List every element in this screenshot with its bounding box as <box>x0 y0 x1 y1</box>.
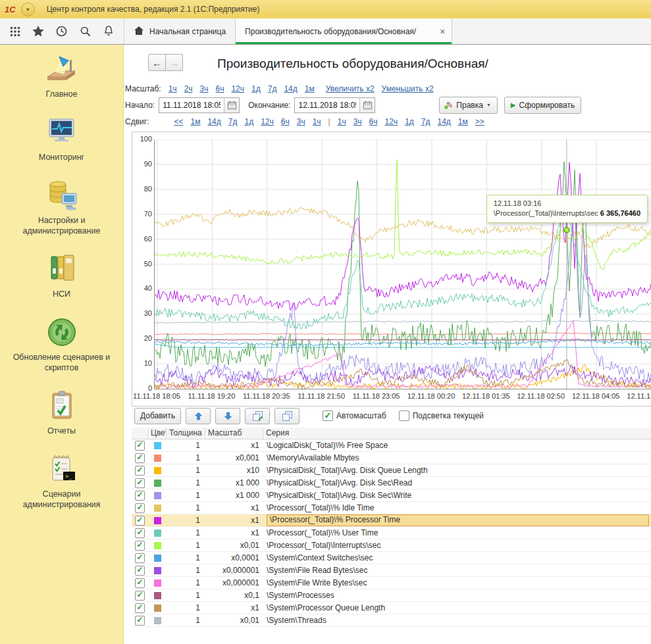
autoscale-checkbox[interactable]: ✓ <box>323 410 333 421</box>
table-row[interactable]: ✓1x0,1\System\Processes <box>132 589 651 602</box>
shift-left-link[interactable]: 7д <box>228 117 238 126</box>
row-checkbox[interactable]: ✓ <box>135 466 145 476</box>
shift-right-link[interactable]: 14д <box>438 117 451 126</box>
color-swatch[interactable] <box>154 517 161 524</box>
row-checkbox[interactable]: ✓ <box>135 566 145 576</box>
row-checkbox[interactable]: ✓ <box>135 591 145 601</box>
shift-left-link[interactable]: 1м <box>190 117 200 126</box>
scale-link[interactable]: 1ч <box>169 84 177 93</box>
move-down-button[interactable] <box>215 408 240 424</box>
tab-close-icon[interactable]: × <box>440 27 445 36</box>
shift-right-link[interactable]: 1ч <box>338 117 346 126</box>
sidebar-item-nastroyki[interactable]: Настройки и администрирование <box>5 179 118 236</box>
row-checkbox[interactable]: ✓ <box>135 516 145 526</box>
scale-link[interactable]: 1д <box>251 84 261 93</box>
scale-link[interactable]: 3ч <box>200 84 209 93</box>
zoom-out-link[interactable]: Уменьшить x2 <box>382 84 434 93</box>
color-swatch[interactable] <box>154 605 161 612</box>
sidebar-item-scenarii[interactable]: >_Сценарии администрирования <box>5 453 118 510</box>
zoom-in-link[interactable]: Увеличить x2 <box>326 84 375 93</box>
shift-right-link[interactable]: 1д <box>405 117 414 126</box>
sidebar-item-otchety[interactable]: Отчеты <box>43 389 80 436</box>
end-calendar-icon[interactable] <box>359 98 375 112</box>
scale-link[interactable]: 1м <box>305 84 315 93</box>
shift-right-link[interactable]: 7д <box>421 117 430 126</box>
table-row[interactable]: ✓1x1\Processor(_Total)\% Processor Time <box>132 514 651 527</box>
scale-link[interactable]: 7д <box>268 84 277 93</box>
row-checkbox[interactable]: ✓ <box>135 616 145 626</box>
forward-button[interactable]: → <box>166 54 183 71</box>
tab-performance[interactable]: Производительность оборудования/Основная… <box>236 18 452 44</box>
shift-right-link[interactable]: 1м <box>458 117 468 126</box>
check-all-button[interactable]: ✓ <box>245 408 270 424</box>
back-button[interactable]: ← <box>148 54 166 71</box>
row-checkbox[interactable]: ✓ <box>135 441 145 451</box>
end-date-input[interactable] <box>295 98 359 112</box>
row-checkbox[interactable]: ✓ <box>135 578 145 588</box>
table-row[interactable]: ✓1x0,000001\System\File Read Bytes\sec <box>132 564 651 577</box>
shift-left-link[interactable]: << <box>174 117 183 126</box>
shift-left-link[interactable]: 6ч <box>281 117 290 126</box>
move-up-button[interactable] <box>186 408 211 424</box>
scale-link[interactable]: 6ч <box>216 84 224 93</box>
table-row[interactable]: ✓1x1\System\Processor Queue Length <box>132 602 651 614</box>
color-swatch[interactable] <box>154 455 161 462</box>
shift-left-link[interactable]: 14д <box>207 117 221 126</box>
row-checkbox[interactable]: ✓ <box>135 553 145 563</box>
table-row[interactable]: ✓1x1\LogicalDisk(_Total)\% Free Space <box>132 439 651 452</box>
search-icon[interactable] <box>77 23 94 40</box>
row-checkbox[interactable]: ✓ <box>135 453 145 463</box>
color-swatch[interactable] <box>154 592 161 599</box>
sidebar-item-obnovlenie[interactable]: Обновление сценариев и скриптов <box>5 316 118 373</box>
color-swatch[interactable] <box>154 442 161 449</box>
shift-left-link[interactable]: 12ч <box>261 117 274 126</box>
row-checkbox[interactable]: ✓ <box>135 603 145 613</box>
scale-link[interactable]: 2ч <box>184 84 193 93</box>
generate-button[interactable]: ▶ Сформировать <box>504 97 581 114</box>
table-row[interactable]: ✓1x0,001\Memory\Available Mbytes <box>132 452 651 464</box>
color-swatch[interactable] <box>154 580 161 587</box>
plot-area[interactable] <box>154 139 651 389</box>
color-swatch[interactable] <box>154 555 161 562</box>
color-swatch[interactable] <box>154 505 161 512</box>
shift-left-link[interactable]: 3ч <box>297 117 305 126</box>
highlight-checkbox[interactable] <box>399 410 409 421</box>
table-row[interactable]: ✓1x1\Processor(_Total)\% Idle Time <box>132 502 651 514</box>
favorites-star-icon[interactable] <box>30 23 47 40</box>
row-checkbox[interactable]: ✓ <box>135 541 145 551</box>
color-swatch[interactable] <box>154 467 161 474</box>
start-calendar-icon[interactable] <box>224 98 239 112</box>
sidebar-item-monitoring[interactable]: Мониторинг <box>39 116 84 162</box>
color-swatch[interactable] <box>154 617 161 624</box>
start-date-input[interactable] <box>159 98 224 112</box>
row-checkbox[interactable]: ✓ <box>135 478 145 488</box>
table-row[interactable]: ✓1x1 000\PhysicalDisk(_Total)\Avg. Disk … <box>132 477 651 489</box>
history-icon[interactable] <box>53 23 70 40</box>
sidebar-item-nsi[interactable]: НСИ <box>43 253 80 299</box>
table-row[interactable]: ✓1x1 000\PhysicalDisk(_Total)\Avg. Disk … <box>132 489 651 502</box>
row-checkbox[interactable]: ✓ <box>135 528 145 538</box>
scale-link[interactable]: 14д <box>284 84 297 93</box>
color-swatch[interactable] <box>154 492 161 499</box>
table-row[interactable]: ✓1x0,01\System\Threads <box>132 614 651 627</box>
uncheck-all-button[interactable] <box>274 408 299 424</box>
grid-menu-icon[interactable] <box>7 23 24 40</box>
shift-left-link[interactable]: 1ч <box>313 117 321 126</box>
color-swatch[interactable] <box>154 567 161 574</box>
row-checkbox[interactable]: ✓ <box>135 503 145 513</box>
shift-left-link[interactable]: 1д <box>244 117 253 126</box>
notifications-bell-icon[interactable] <box>100 23 117 40</box>
table-row[interactable]: ✓1x10\PhysicalDisk(_Total)\Avg. Disk Que… <box>132 464 651 477</box>
shift-right-link[interactable]: >> <box>475 117 484 126</box>
tab-home[interactable]: Начальная страница <box>124 18 236 44</box>
main-menu-button[interactable]: ▼ <box>21 3 35 16</box>
edit-button[interactable]: ✎ Правка ▼ <box>439 97 497 114</box>
color-swatch[interactable] <box>154 530 161 537</box>
add-series-button[interactable]: Добавить <box>134 408 181 424</box>
color-swatch[interactable] <box>154 542 161 549</box>
table-row[interactable]: ✓1x1\Processor(_Total)\% User Time <box>132 527 651 539</box>
table-row[interactable]: ✓1x0,000001\System\File Write Bytes\sec <box>132 577 651 589</box>
scale-link[interactable]: 12ч <box>231 84 244 93</box>
shift-right-link[interactable]: 6ч <box>369 117 378 126</box>
shift-right-link[interactable]: 3ч <box>353 117 362 126</box>
